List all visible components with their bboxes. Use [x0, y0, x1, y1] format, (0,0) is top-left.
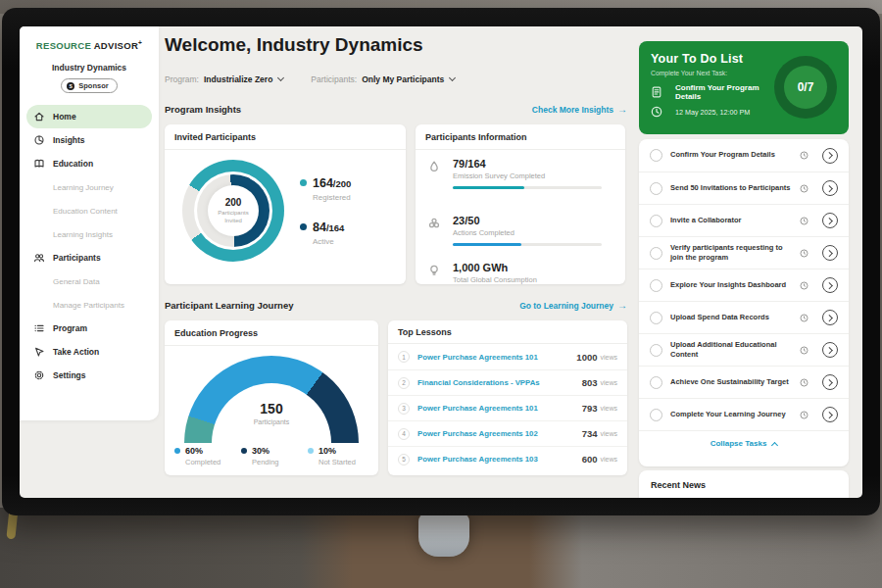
invited-participants-donut-chart: 200 Participants Invited — [182, 160, 284, 262]
chevron-right-icon — [826, 282, 832, 288]
lesson-title-link[interactable]: Power Purchase Agreements 103 — [417, 455, 582, 464]
dashboard-screen: RESOURCE ADVISOR+ Industry Dynamics S Sp… — [20, 26, 862, 498]
org-name: Industry Dynamics — [20, 63, 159, 73]
sidebar-item-home[interactable]: Home — [26, 105, 152, 128]
clock-icon — [800, 151, 808, 160]
monitor-stand — [418, 514, 469, 557]
task-open-button[interactable] — [822, 374, 838, 390]
clock-icon — [800, 314, 808, 322]
goto-learning-journey-link[interactable]: Go to Learning Journey → — [519, 300, 627, 311]
sidebar-item-learning-journey[interactable]: Learning Journey — [26, 175, 152, 199]
arrow-right-icon: → — [617, 104, 627, 115]
clock-icon — [800, 249, 808, 258]
lesson-views-suffix: views — [600, 456, 617, 463]
participants-select-value: Only My Participants — [362, 74, 444, 84]
check-more-insights-link[interactable]: Check More Insights → — [532, 104, 627, 115]
task-row-explore-your-insights-dashboard[interactable]: Explore Your Insights Dashboard — [639, 269, 849, 301]
task-row-invite-a-collaborator[interactable]: Invite a Collaborator — [639, 204, 849, 236]
task-checkbox[interactable] — [650, 312, 662, 324]
task-row-send-50-invitations-to-participants[interactable]: Send 50 Invitations to Participants — [639, 172, 849, 204]
legend-dot — [241, 448, 247, 454]
actions-icon — [427, 217, 441, 230]
todo-task-list: Confirm Your Program DetailsSend 50 Invi… — [639, 139, 849, 430]
task-row-upload-additional-educational-content[interactable]: Upload Additional Educational Content — [639, 333, 849, 366]
lesson-views: 793 — [582, 403, 598, 414]
legend-item-not-started: 10%Not Started — [308, 446, 374, 466]
participants-information-card: Participants Information 79/164Emission … — [416, 124, 625, 284]
task-label: Invite a Collaborator — [670, 216, 798, 225]
task-row-confirm-your-program-details[interactable]: Confirm Your Program Details — [639, 139, 849, 172]
task-checkbox[interactable] — [650, 376, 662, 389]
sidebar-item-education-content[interactable]: Education Content — [26, 199, 152, 222]
lesson-title-link[interactable]: Power Purchase Agreements 101 — [417, 404, 582, 413]
lesson-rank: 5 — [398, 454, 410, 466]
collapse-tasks-link[interactable]: Collapse Tasks — [639, 430, 849, 456]
task-open-button[interactable] — [822, 407, 838, 422]
todo-task-list-card: Confirm Your Program DetailsSend 50 Invi… — [639, 139, 849, 466]
sidebar-item-settings[interactable]: Settings — [26, 364, 152, 387]
participants-select[interactable]: Participants: Only My Participants — [311, 74, 455, 84]
task-checkbox[interactable] — [650, 247, 662, 260]
todo-datetime-label: 12 May 2025, 12:00 PM — [675, 108, 750, 117]
task-checkbox[interactable] — [650, 182, 662, 195]
lesson-title-link[interactable]: Power Purchase Agreements 102 — [417, 429, 582, 438]
lesson-title-link[interactable]: Power Purchase Agreements 101 — [417, 353, 576, 362]
sidebar-item-general-data[interactable]: General Data — [26, 270, 152, 293]
legend-denominator: /200 — [333, 178, 352, 189]
task-row-achieve-one-sustainability-target[interactable]: Achieve One Sustainability Target — [639, 366, 849, 398]
chevron-down-icon — [277, 74, 284, 81]
participants-select-label: Participants: — [311, 74, 357, 84]
sidebar-item-education[interactable]: Education — [26, 152, 152, 175]
sidebar-item-take-action[interactable]: Take Action — [26, 340, 152, 364]
sidebar-item-program[interactable]: Program — [26, 317, 152, 340]
legend-value: 10% — [318, 446, 336, 456]
lesson-title-link[interactable]: Financial Considerations - VPPAs — [417, 378, 582, 387]
info-row-total-global-consumption: 1,000 GWhTotal Global Consumption — [427, 262, 613, 284]
insights-icon — [33, 134, 45, 146]
task-open-button[interactable] — [822, 245, 838, 261]
sidebar-nav: HomeInsightsEducationLearning JourneyEdu… — [20, 105, 159, 387]
section-learning-journey: Participant Learning Journey — [165, 300, 293, 311]
sponsor-badge-label: Sponsor — [78, 81, 108, 90]
chevron-right-icon — [826, 315, 832, 320]
chevron-right-icon — [826, 379, 832, 385]
sidebar-item-manage-participants[interactable]: Manage Participants — [26, 293, 152, 317]
logo-plus: + — [138, 39, 142, 46]
program-select[interactable]: Program: Industrialize Zero — [165, 74, 283, 84]
sidebar-item-participants[interactable]: Participants — [26, 246, 152, 270]
emission-icon — [427, 160, 441, 173]
task-row-upload-spend-data-records[interactable]: Upload Spend Data Records — [639, 301, 849, 333]
task-open-button[interactable] — [822, 277, 838, 293]
sidebar-item-label: Learning Journey — [53, 183, 114, 192]
arrow-right-icon: → — [617, 300, 627, 311]
legend-value: 164 — [313, 176, 333, 190]
task-label: Confirm Your Program Details — [670, 150, 798, 160]
task-checkbox[interactable] — [650, 409, 662, 421]
sidebar: RESOURCE ADVISOR+ Industry Dynamics S Sp… — [20, 26, 159, 420]
donut-center-label: Participants Invited — [212, 210, 255, 224]
task-checkbox[interactable] — [650, 215, 662, 227]
task-checkbox[interactable] — [650, 279, 662, 292]
info-label: Total Global Consumption — [453, 275, 613, 284]
lesson-row-1: 1Power Purchase Agreements 1011000views — [388, 344, 627, 369]
progress-bar — [453, 186, 602, 189]
task-open-button[interactable] — [822, 148, 838, 164]
sidebar-item-learning-insights[interactable]: Learning Insights — [26, 222, 152, 246]
sidebar-item-label: Program — [53, 323, 87, 333]
top-lessons-title: Top Lessons — [388, 320, 627, 344]
clock-icon — [800, 411, 808, 419]
task-open-button[interactable] — [822, 180, 838, 196]
legend-value: 84 — [313, 220, 326, 234]
task-checkbox[interactable] — [650, 149, 662, 162]
sidebar-item-insights[interactable]: Insights — [26, 128, 152, 152]
collapse-tasks-label: Collapse Tasks — [710, 439, 767, 448]
task-open-button[interactable] — [822, 310, 838, 325]
invited-legend: 164/200Registered84/164Active — [300, 173, 351, 262]
lesson-views: 734 — [582, 428, 598, 439]
task-open-button[interactable] — [822, 213, 838, 228]
task-row-verify-participants-requesting-to-join-the-program[interactable]: Verify participants requesting to join t… — [639, 236, 849, 269]
task-open-button[interactable] — [822, 342, 838, 358]
task-checkbox[interactable] — [650, 344, 662, 357]
clock-icon — [800, 378, 808, 387]
task-row-complete-your-learning-journey[interactable]: Complete Your Learning Journey — [639, 398, 849, 430]
